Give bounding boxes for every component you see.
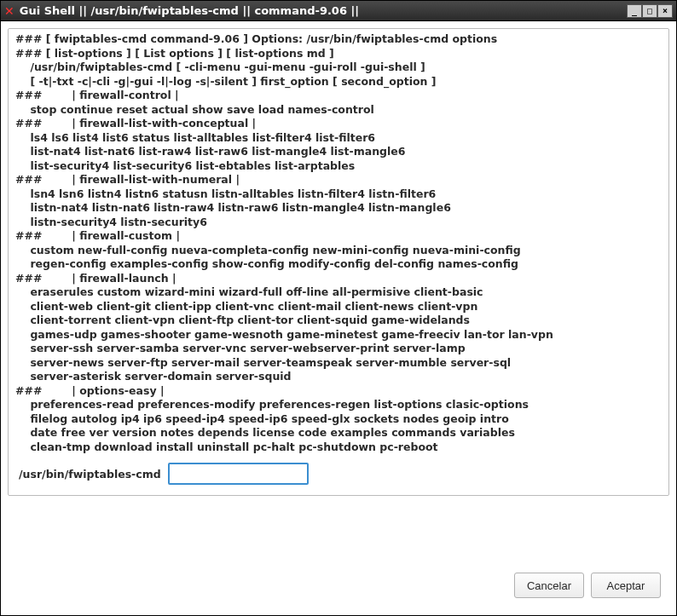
spacer: [8, 496, 669, 566]
dialog-buttons: Cancelar Aceptar: [8, 566, 669, 608]
window-controls: _ □ ×: [627, 4, 673, 18]
command-input[interactable]: [168, 463, 309, 485]
command-row: /usr/bin/fwiptables-cmd: [15, 463, 662, 488]
content-frame: ### [ fwiptables-cmd command-9.06 ] Opti…: [8, 28, 669, 496]
content-area: ### [ fwiptables-cmd command-9.06 ] Opti…: [1, 21, 676, 615]
window-title: Gui Shell || /usr/bin/fwiptables-cmd || …: [20, 4, 627, 17]
help-text: ### [ fwiptables-cmd command-9.06 ] Opti…: [15, 32, 662, 454]
cancel-button[interactable]: Cancelar: [514, 573, 584, 598]
window-frame: ✕ Gui Shell || /usr/bin/fwiptables-cmd |…: [0, 0, 677, 616]
titlebar[interactable]: ✕ Gui Shell || /usr/bin/fwiptables-cmd |…: [1, 1, 676, 21]
maximize-icon[interactable]: □: [642, 4, 657, 18]
accept-button[interactable]: Aceptar: [591, 573, 661, 598]
close-icon[interactable]: ×: [657, 4, 673, 18]
app-icon: ✕: [4, 4, 14, 18]
minimize-icon[interactable]: _: [627, 4, 642, 18]
command-label: /usr/bin/fwiptables-cmd: [19, 468, 161, 481]
